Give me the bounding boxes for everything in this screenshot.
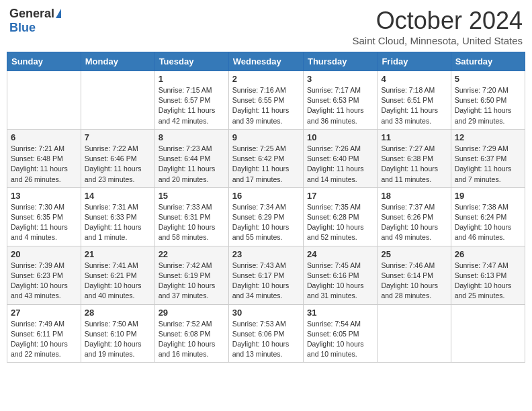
title-block: October 2024 Saint Cloud, Minnesota, Uni… bbox=[353, 7, 523, 46]
weekday-header-friday: Friday bbox=[378, 52, 451, 71]
day-number: 28 bbox=[85, 308, 151, 318]
day-info: Sunrise: 7:35 AM Sunset: 6:28 PM Dayligh… bbox=[307, 203, 364, 242]
day-info: Sunrise: 7:38 AM Sunset: 6:24 PM Dayligh… bbox=[455, 203, 512, 242]
calendar-day-cell: 22Sunrise: 7:42 AM Sunset: 6:19 PM Dayli… bbox=[154, 246, 228, 304]
day-number: 8 bbox=[159, 132, 225, 142]
day-info: Sunrise: 7:31 AM Sunset: 6:33 PM Dayligh… bbox=[85, 203, 142, 242]
empty-cell bbox=[81, 71, 154, 130]
day-info: Sunrise: 7:27 AM Sunset: 6:38 PM Dayligh… bbox=[381, 144, 438, 183]
day-info: Sunrise: 7:45 AM Sunset: 6:16 PM Dayligh… bbox=[307, 261, 364, 300]
day-info: Sunrise: 7:20 AM Sunset: 6:50 PM Dayligh… bbox=[455, 86, 512, 125]
calendar-day-cell: 9Sunrise: 7:25 AM Sunset: 6:42 PM Daylig… bbox=[228, 129, 303, 187]
day-number: 15 bbox=[159, 191, 225, 201]
weekday-header-saturday: Saturday bbox=[451, 52, 525, 71]
day-number: 7 bbox=[85, 132, 151, 142]
day-info: Sunrise: 7:46 AM Sunset: 6:14 PM Dayligh… bbox=[381, 261, 438, 300]
day-number: 12 bbox=[455, 132, 521, 142]
day-number: 22 bbox=[159, 249, 225, 259]
day-number: 2 bbox=[232, 74, 300, 84]
logo-general-text: General bbox=[9, 7, 54, 21]
calendar-day-cell: 17Sunrise: 7:35 AM Sunset: 6:28 PM Dayli… bbox=[303, 187, 377, 246]
day-number: 25 bbox=[381, 249, 447, 259]
calendar-day-cell: 7Sunrise: 7:22 AM Sunset: 6:46 PM Daylig… bbox=[81, 129, 154, 187]
day-info: Sunrise: 7:54 AM Sunset: 6:05 PM Dayligh… bbox=[307, 320, 364, 359]
day-number: 21 bbox=[85, 249, 151, 259]
calendar-day-cell: 16Sunrise: 7:34 AM Sunset: 6:29 PM Dayli… bbox=[228, 187, 303, 246]
day-info: Sunrise: 7:52 AM Sunset: 6:08 PM Dayligh… bbox=[159, 320, 216, 359]
calendar-day-cell: 4Sunrise: 7:18 AM Sunset: 6:51 PM Daylig… bbox=[378, 71, 451, 130]
calendar-day-cell: 30Sunrise: 7:53 AM Sunset: 6:06 PM Dayli… bbox=[228, 304, 303, 363]
weekday-header-row: SundayMondayTuesdayWednesdayThursdayFrid… bbox=[7, 52, 525, 71]
location-subtitle: Saint Cloud, Minnesota, United States bbox=[353, 35, 523, 46]
day-number: 29 bbox=[159, 308, 225, 318]
day-number: 4 bbox=[381, 74, 447, 84]
day-number: 13 bbox=[11, 191, 77, 201]
day-info: Sunrise: 7:49 AM Sunset: 6:11 PM Dayligh… bbox=[11, 320, 68, 359]
day-number: 30 bbox=[232, 308, 300, 318]
calendar-day-cell: 29Sunrise: 7:52 AM Sunset: 6:08 PM Dayli… bbox=[154, 304, 228, 363]
month-title: October 2024 bbox=[353, 7, 523, 35]
day-info: Sunrise: 7:17 AM Sunset: 6:53 PM Dayligh… bbox=[307, 86, 364, 125]
weekday-header-monday: Monday bbox=[81, 52, 154, 71]
calendar-day-cell: 26Sunrise: 7:47 AM Sunset: 6:13 PM Dayli… bbox=[451, 246, 525, 304]
day-info: Sunrise: 7:43 AM Sunset: 6:17 PM Dayligh… bbox=[232, 261, 290, 300]
calendar-day-cell: 20Sunrise: 7:39 AM Sunset: 6:23 PM Dayli… bbox=[7, 246, 81, 304]
logo-blue-text: Blue bbox=[9, 21, 36, 35]
day-number: 27 bbox=[11, 308, 77, 318]
day-number: 24 bbox=[307, 249, 373, 259]
weekday-header-sunday: Sunday bbox=[7, 52, 81, 71]
day-info: Sunrise: 7:53 AM Sunset: 6:06 PM Dayligh… bbox=[232, 320, 290, 359]
weekday-header-wednesday: Wednesday bbox=[228, 52, 303, 71]
day-info: Sunrise: 7:33 AM Sunset: 6:31 PM Dayligh… bbox=[159, 203, 216, 242]
calendar-table: SundayMondayTuesdayWednesdayThursdayFrid… bbox=[7, 52, 525, 363]
calendar-day-cell: 28Sunrise: 7:50 AM Sunset: 6:10 PM Dayli… bbox=[81, 304, 154, 363]
calendar-day-cell: 27Sunrise: 7:49 AM Sunset: 6:11 PM Dayli… bbox=[7, 304, 81, 363]
calendar-day-cell: 1Sunrise: 7:15 AM Sunset: 6:57 PM Daylig… bbox=[154, 71, 228, 130]
day-info: Sunrise: 7:29 AM Sunset: 6:37 PM Dayligh… bbox=[455, 144, 512, 183]
day-number: 3 bbox=[307, 74, 373, 84]
day-number: 9 bbox=[232, 132, 300, 142]
day-number: 26 bbox=[455, 249, 521, 259]
day-info: Sunrise: 7:47 AM Sunset: 6:13 PM Dayligh… bbox=[455, 261, 512, 300]
calendar-day-cell: 5Sunrise: 7:20 AM Sunset: 6:50 PM Daylig… bbox=[451, 71, 525, 130]
day-info: Sunrise: 7:16 AM Sunset: 6:55 PM Dayligh… bbox=[232, 86, 290, 125]
calendar-day-cell: 25Sunrise: 7:46 AM Sunset: 6:14 PM Dayli… bbox=[378, 246, 451, 304]
day-number: 17 bbox=[307, 191, 373, 201]
day-info: Sunrise: 7:21 AM Sunset: 6:48 PM Dayligh… bbox=[11, 144, 68, 183]
calendar-day-cell: 8Sunrise: 7:23 AM Sunset: 6:44 PM Daylig… bbox=[154, 129, 228, 187]
day-info: Sunrise: 7:25 AM Sunset: 6:42 PM Dayligh… bbox=[232, 144, 290, 183]
calendar-day-cell: 12Sunrise: 7:29 AM Sunset: 6:37 PM Dayli… bbox=[451, 129, 525, 187]
day-number: 6 bbox=[11, 132, 77, 142]
empty-cell bbox=[451, 304, 525, 363]
calendar-day-cell: 6Sunrise: 7:21 AM Sunset: 6:48 PM Daylig… bbox=[7, 129, 81, 187]
calendar-day-cell: 19Sunrise: 7:38 AM Sunset: 6:24 PM Dayli… bbox=[451, 187, 525, 246]
day-info: Sunrise: 7:15 AM Sunset: 6:57 PM Dayligh… bbox=[159, 86, 216, 125]
day-info: Sunrise: 7:39 AM Sunset: 6:23 PM Dayligh… bbox=[11, 261, 68, 300]
day-number: 16 bbox=[232, 191, 300, 201]
day-number: 20 bbox=[11, 249, 77, 259]
calendar-day-cell: 23Sunrise: 7:43 AM Sunset: 6:17 PM Dayli… bbox=[228, 246, 303, 304]
weekday-header-tuesday: Tuesday bbox=[154, 52, 228, 71]
day-number: 23 bbox=[232, 249, 300, 259]
calendar-day-cell: 2Sunrise: 7:16 AM Sunset: 6:55 PM Daylig… bbox=[228, 71, 303, 130]
day-number: 1 bbox=[159, 74, 225, 84]
page-header: General Blue October 2024 Saint Cloud, M… bbox=[7, 7, 525, 46]
empty-cell bbox=[7, 71, 81, 130]
day-info: Sunrise: 7:18 AM Sunset: 6:51 PM Dayligh… bbox=[381, 86, 438, 125]
calendar-day-cell: 24Sunrise: 7:45 AM Sunset: 6:16 PM Dayli… bbox=[303, 246, 377, 304]
calendar-week-row: 27Sunrise: 7:49 AM Sunset: 6:11 PM Dayli… bbox=[7, 304, 525, 363]
day-info: Sunrise: 7:41 AM Sunset: 6:21 PM Dayligh… bbox=[85, 261, 142, 300]
day-info: Sunrise: 7:34 AM Sunset: 6:29 PM Dayligh… bbox=[232, 203, 290, 242]
logo: General Blue bbox=[9, 7, 61, 35]
calendar-week-row: 20Sunrise: 7:39 AM Sunset: 6:23 PM Dayli… bbox=[7, 246, 525, 304]
calendar-week-row: 6Sunrise: 7:21 AM Sunset: 6:48 PM Daylig… bbox=[7, 129, 525, 187]
calendar-day-cell: 14Sunrise: 7:31 AM Sunset: 6:33 PM Dayli… bbox=[81, 187, 154, 246]
calendar-day-cell: 13Sunrise: 7:30 AM Sunset: 6:35 PM Dayli… bbox=[7, 187, 81, 246]
calendar-day-cell: 31Sunrise: 7:54 AM Sunset: 6:05 PM Dayli… bbox=[303, 304, 377, 363]
calendar-day-cell: 3Sunrise: 7:17 AM Sunset: 6:53 PM Daylig… bbox=[303, 71, 377, 130]
day-info: Sunrise: 7:42 AM Sunset: 6:19 PM Dayligh… bbox=[159, 261, 216, 300]
day-number: 19 bbox=[455, 191, 521, 201]
day-info: Sunrise: 7:50 AM Sunset: 6:10 PM Dayligh… bbox=[85, 320, 142, 359]
weekday-header-thursday: Thursday bbox=[303, 52, 377, 71]
day-number: 5 bbox=[455, 74, 521, 84]
